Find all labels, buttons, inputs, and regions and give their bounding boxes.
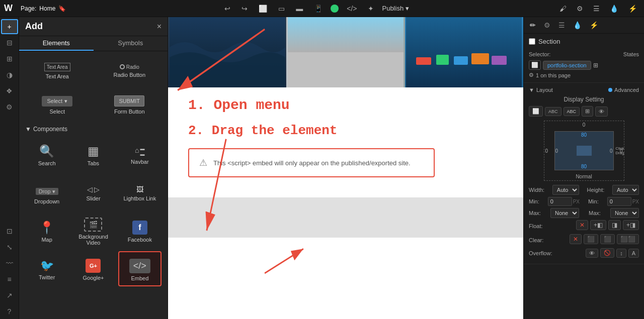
rp-tab-drops[interactable]: 💧 bbox=[571, 20, 584, 30]
overflow-scroll-button[interactable]: ↕ bbox=[616, 249, 626, 258]
comp-slider[interactable]: ◁ ▷ Slider bbox=[71, 175, 115, 210]
display-icons-row: ⬜ ABC ABC ⊞ 👁 bbox=[529, 106, 639, 117]
clear-none-button[interactable]: ✕ bbox=[570, 234, 582, 244]
sidebar-item-help[interactable]: ? bbox=[1, 304, 18, 319]
clear-left-button[interactable]: ⬛ bbox=[584, 234, 598, 244]
sidebar-item-wave[interactable]: 〰 bbox=[1, 256, 18, 271]
add-panel-close-button[interactable]: × bbox=[157, 22, 162, 31]
overflow-hidden-button[interactable]: 🚫 bbox=[600, 248, 614, 258]
gear-icon-button[interactable]: ⚙ bbox=[574, 3, 586, 15]
sidebar-item-resize[interactable]: ⤡ bbox=[1, 240, 18, 255]
sidebar-item-add[interactable]: + bbox=[1, 19, 18, 34]
lightning-icon-button[interactable]: ⚡ bbox=[625, 3, 640, 15]
comp-embed[interactable]: </> Embed bbox=[118, 251, 162, 286]
float-label: Float: bbox=[529, 223, 543, 229]
page-name: Home bbox=[39, 5, 55, 12]
sidebar-item-layout[interactable]: ⊡ bbox=[1, 224, 18, 239]
tab-symbols[interactable]: Symbols bbox=[94, 36, 168, 51]
submit-button[interactable]: SUBMIT bbox=[114, 95, 144, 107]
min-width-input[interactable] bbox=[548, 197, 572, 206]
redo-button[interactable]: ↪ bbox=[238, 3, 251, 15]
add-panel-header: Add × bbox=[19, 17, 168, 36]
bookmark-icon[interactable]: 🔖 bbox=[58, 5, 66, 12]
sidebar-item-stack[interactable]: ≡ bbox=[1, 272, 18, 287]
components-header[interactable]: ▼ Components bbox=[23, 124, 164, 135]
select-item[interactable]: Select ▾ Select bbox=[23, 89, 92, 120]
sidebar-item-grid[interactable]: ⊞ bbox=[1, 51, 18, 66]
max-height-select[interactable]: None bbox=[610, 208, 639, 218]
cursor-button[interactable]: ✦ bbox=[365, 3, 377, 15]
display-inline-block-button[interactable]: ABC bbox=[545, 107, 561, 116]
float-row: Float: ✕ +◧ ◨ +◨ bbox=[529, 220, 639, 232]
comp-bg-video[interactable]: 🎬 Background Video bbox=[71, 213, 115, 248]
float-plus-right-button[interactable]: +◨ bbox=[623, 220, 639, 230]
selector-options-button[interactable]: ⊞ bbox=[593, 62, 598, 69]
clear-right-button[interactable]: ⬛ bbox=[600, 234, 615, 244]
sidebar-item-style[interactable]: ◑ bbox=[1, 67, 18, 82]
comp-googleplus[interactable]: G+ Google+ bbox=[71, 251, 115, 286]
display-none-button[interactable]: 👁 bbox=[595, 107, 608, 117]
box-model: 0 Normal 0 0 80 80 0 0 ClickDrag bbox=[544, 121, 624, 181]
code-view-button[interactable]: </> bbox=[344, 3, 360, 15]
overflow-visible-button[interactable]: 👁 bbox=[586, 249, 598, 258]
add-panel-content: Text Area Text Area Radio Radio Button S… bbox=[19, 51, 168, 319]
brush-icon-button[interactable]: 🖌 bbox=[556, 3, 570, 15]
selector-chip[interactable]: portfolio-section bbox=[543, 61, 591, 70]
list-icon-button[interactable]: ☰ bbox=[590, 3, 603, 15]
rp-tab-list[interactable]: ☰ bbox=[556, 20, 567, 30]
step2-text: 2. Drag the element bbox=[188, 123, 503, 138]
icon-sidebar: + ⊟ ⊞ ◑ ❖ ⚙ ⊡ ⤡ 〰 ≡ ↗ ? bbox=[0, 17, 19, 319]
sidebar-item-share[interactable]: ↗ bbox=[1, 288, 18, 303]
min-height-input[interactable] bbox=[607, 197, 631, 206]
clear-both-button[interactable]: ⬛⬛ bbox=[617, 234, 639, 244]
selector-row: Selector: States bbox=[529, 51, 639, 57]
twitter-icon: 🐦 bbox=[40, 259, 54, 272]
sidebar-item-component[interactable]: ❖ bbox=[1, 83, 18, 98]
publish-button[interactable]: Publish ▾ bbox=[382, 5, 409, 12]
mobile-view-button[interactable]: 📱 bbox=[311, 3, 326, 15]
comp-search[interactable]: 🔍 Search bbox=[25, 137, 68, 172]
display-block-button[interactable]: ⬜ bbox=[529, 106, 543, 117]
radio-item[interactable]: Radio Radio Button bbox=[96, 55, 164, 85]
app-logo: W bbox=[4, 3, 13, 14]
rp-tab-gear[interactable]: ⚙ bbox=[542, 20, 552, 30]
lightbox-icon: 🖼 bbox=[136, 185, 143, 193]
float-none-button[interactable]: ✕ bbox=[576, 220, 588, 230]
float-plus-left-button[interactable]: +◧ bbox=[590, 220, 606, 230]
monitor-view-button[interactable]: ▬ bbox=[293, 3, 306, 15]
margin-box: 0 Normal 0 0 80 80 0 0 bbox=[544, 121, 624, 181]
float-right-button[interactable]: ◨ bbox=[608, 220, 621, 230]
overflow-text-button[interactable]: A bbox=[628, 249, 639, 258]
sidebar-item-layers[interactable]: ⊟ bbox=[1, 35, 18, 50]
max-width-select[interactable]: None bbox=[550, 208, 579, 218]
comp-tabs[interactable]: ▦ Tabs bbox=[71, 137, 115, 172]
comp-dropdown[interactable]: Drop ▾ Dropdown bbox=[25, 175, 68, 210]
padding-right-label: 0 bbox=[610, 148, 613, 154]
comp-twitter[interactable]: 🐦 Twitter bbox=[25, 251, 68, 286]
textarea-item[interactable]: Text Area Text Area bbox=[23, 55, 92, 85]
form-button-item[interactable]: SUBMIT Form Button bbox=[96, 89, 164, 120]
section-checkbox[interactable] bbox=[529, 38, 535, 45]
select-button[interactable]: Select ▾ bbox=[42, 96, 72, 107]
layout-section: ▼ Layout Advanced Display Setting ⬜ ABC … bbox=[524, 83, 644, 264]
display-grid-button[interactable]: ⊞ bbox=[582, 106, 593, 117]
display-inline-button[interactable]: ABC bbox=[564, 107, 580, 116]
comp-map[interactable]: 📍 Map bbox=[25, 213, 68, 248]
drops-icon-button[interactable]: 💧 bbox=[607, 3, 621, 15]
rp-tab-lightning[interactable]: ⚡ bbox=[588, 20, 600, 30]
sidebar-item-settings[interactable]: ⚙ bbox=[1, 99, 18, 115]
width-select[interactable]: Auto bbox=[552, 185, 579, 195]
height-select[interactable]: Auto bbox=[612, 185, 639, 195]
tab-elements[interactable]: Elements bbox=[19, 36, 94, 51]
comp-navbar[interactable]: ⌂▬▬ Navbar bbox=[118, 137, 162, 172]
rp-tab-style[interactable]: ✏ bbox=[528, 20, 538, 30]
svg-rect-2 bbox=[288, 52, 404, 87]
tablet-view-button[interactable]: ▭ bbox=[275, 3, 288, 15]
min-row: Min: PX Min: PX bbox=[529, 197, 639, 206]
ocean-waves-visual bbox=[170, 17, 285, 87]
comp-lightbox[interactable]: 🖼 Lightbox Link bbox=[118, 175, 162, 210]
saltflats-visual bbox=[288, 17, 404, 87]
undo-button[interactable]: ↩ bbox=[221, 3, 233, 15]
desktop-view-button[interactable]: ⬜ bbox=[256, 3, 270, 15]
comp-facebook[interactable]: f Facebook bbox=[118, 213, 162, 248]
